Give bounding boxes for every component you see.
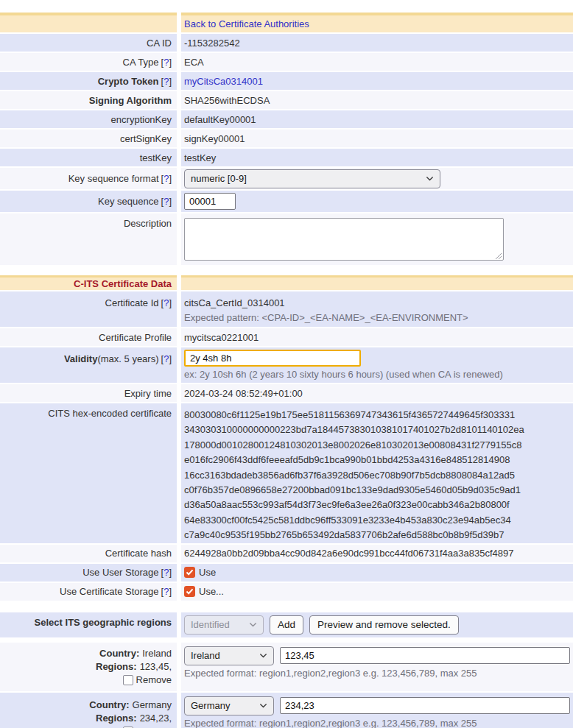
key-sequence-cell [181,191,573,212]
description-textarea[interactable] [184,218,504,261]
hex-line: 178000d00102800124810302013e8002026e8103… [184,438,521,453]
preview-remove-button[interactable]: Preview and remove selected. [309,615,459,635]
encryption-key-label: encryptionKey [0,110,177,128]
add-region-button[interactable]: Add [270,615,303,635]
remove-label: Remove [136,674,172,686]
cits-section-header-right [181,275,573,290]
chevron-down-icon [259,703,267,708]
test-key-value: testKey [181,149,573,166]
ca-type-value: ECA [181,53,573,71]
region-entry-label: Country:Ireland Regions:123,45, Remove [0,643,177,691]
cert-sign-key-value: signKey00001 [181,130,573,147]
use-user-storage-cell: Use [181,564,573,582]
validity-cell: ex: 2y 10sh 6h (2 years 10 sixty hours 6… [181,347,573,383]
hex-line: e016fc2906f43ddf6feeeafd5db9c1bca990b01b… [184,453,510,467]
key-sequence-format-label: Key sequence format[?] [0,168,177,189]
hex-line: c7a9c40c9535f195bb2765b653492da5837706b2… [184,528,504,543]
hex-line: c0f76b357de0896658e27200bbad091bc133e9da… [184,483,521,498]
hex-line: 80030080c6f1125e19b175ee5181156369747343… [184,408,515,423]
row-gap [0,639,573,641]
chevron-down-icon [426,176,434,181]
cits-section-title: C-ITS Certificate Data [74,278,172,289]
key-sequence-input[interactable] [184,193,236,210]
validity-input[interactable] [184,350,361,367]
test-key-label: testKey [0,149,177,166]
crypto-token-link[interactable]: myCitsCa0314001 [184,76,263,87]
region-type-select[interactable]: Identified [184,615,264,635]
select-regions-cell: Identified Add Preview and remove select… [181,612,573,637]
certificate-id-label: Certificate Id[?] [0,291,177,327]
ca-id-label: CA ID [0,34,177,52]
section-gap [0,266,573,274]
region-entry-cell: Ireland Expected format: region1,region2… [181,643,573,691]
check-icon [186,569,194,576]
signing-algorithm-value: SHA256withECDSA [181,91,573,109]
region-list-input[interactable] [280,647,570,664]
certificate-id-value: citsCa_CertId_0314001 [184,296,285,311]
certificate-profile-value: mycitsca0221001 [181,328,573,346]
validity-label: Validity(max. 5 years)[?] [0,347,177,383]
crypto-token-label: Crypto Token[?] [0,72,177,90]
validity-hint: ex: 2y 10sh 6h (2 years 10 sixty hours 6… [184,369,503,380]
region-type-selected-option: Identified [191,619,230,630]
region-entry-label: Country:Germany Regions:234,23, Remove [0,693,177,728]
country-selected-option: Ireland [191,650,220,661]
use-user-storage-checkbox-label: Use [199,567,216,578]
certificate-hash-value: 6244928a0bb2d09bba4cc90d842a6e90dc991bcc… [181,545,573,562]
hex-line: 16cc3163bdadeb3856ad6fb37f6a3928d506ec70… [184,468,515,483]
country-selected-option: Germany [191,700,230,711]
ca-id-value: -1153282542 [181,34,573,52]
select-regions-label: Select ITS geographic regions [0,612,177,637]
cert-sign-key-label: certSignKey [0,130,177,147]
region-list-input[interactable] [280,697,570,714]
crypto-token-value: myCitsCa0314001 [181,72,573,90]
description-cell [181,213,573,265]
encryption-key-value: defaultKey00001 [181,110,573,128]
certificate-id-cell: citsCa_CertId_0314001 Expected pattern: … [181,291,573,327]
use-user-storage-label: Use User Storage[?] [0,564,177,582]
expiry-time-value: 2024-03-24 08:52:49+01:00 [181,384,573,402]
chevron-down-icon [259,653,267,658]
description-label: Description [0,213,177,265]
key-sequence-label: Key sequence[?] [0,191,177,212]
remove-region-checkbox[interactable] [123,675,133,685]
remove-label: Remove [136,726,172,728]
key-sequence-format-select[interactable]: numeric [0-9] [184,169,440,188]
use-certificate-storage-checkbox-label: Use... [199,586,224,597]
signing-algorithm-label: Signing Algorithm [0,91,177,109]
certificate-hash-label: Certificate hash [0,545,177,562]
region-format-hint: Expected format: region1,region2,region3… [184,718,477,728]
hex-line: 64e83300cf00fc5425c581ddbc96ff533091e323… [184,513,511,528]
check-icon [186,588,194,595]
chevron-down-icon [249,622,257,627]
key-sequence-format-cell: numeric [0-9] [181,168,573,189]
key-sequence-format-selected-option: numeric [0-9] [191,173,247,184]
certificate-profile-label: Certificate Profile [0,328,177,346]
section-gap [0,602,573,611]
hex-certificate-value: 80030080c6f1125e19b175ee5181156369747343… [181,403,573,543]
country-select[interactable]: Germany [184,696,274,715]
cits-section-header-left: C-ITS Certificate Data [0,275,177,290]
use-certificate-storage-label: Use Certificate Storage[?] [0,583,177,601]
country-select[interactable]: Ireland [184,646,274,665]
hex-line: 343030310000000000223bd7a184457383010381… [184,423,524,437]
region-format-hint: Expected format: region1,region2,region3… [184,668,477,679]
use-certificate-storage-checkbox[interactable] [184,586,195,597]
region-entry-cell: Germany Expected format: region1,region2… [181,693,573,728]
hex-line: d36a50a8aac553c993af54d3f73ec9fe6a3ee26a… [184,498,510,512]
ca-type-label: CA Type[?] [0,53,177,71]
hex-certificate-label: CITS hex-encoded certificate [0,403,177,543]
expiry-time-label: Expiry time [0,384,177,402]
section-header-right: Back to Certificate Authorities [181,13,573,32]
back-to-certificate-authorities-link[interactable]: Back to Certificate Authorities [184,18,309,29]
section-header-left [0,13,177,32]
certificate-id-pattern-hint: Expected pattern: <CPA-ID>_<EA-NAME>_<EA… [184,311,468,325]
edit-ca-page: Back to Certificate Authorities CA ID -1… [0,0,573,728]
use-certificate-storage-cell: Use... [181,583,573,601]
ca-form-table: Back to Certificate Authorities CA ID -1… [0,13,573,728]
use-user-storage-checkbox[interactable] [184,567,195,578]
